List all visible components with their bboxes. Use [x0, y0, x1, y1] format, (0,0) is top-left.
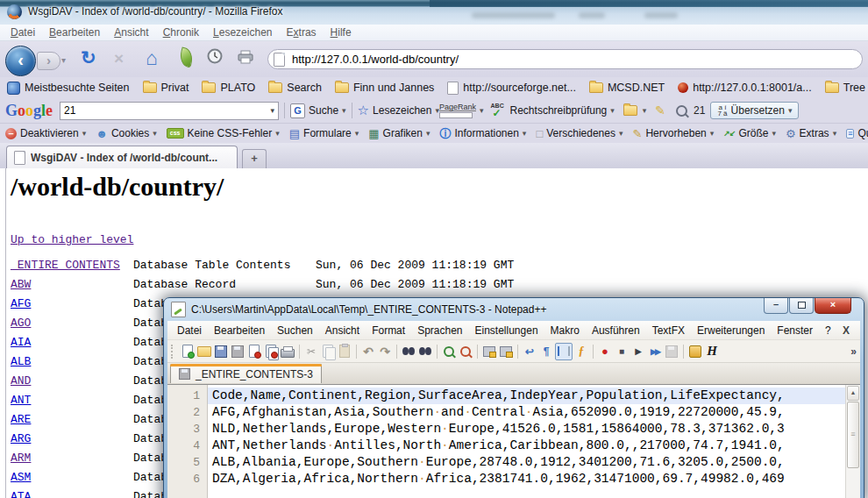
editor-text-area[interactable]: Code,Name,Continent,Region,SurfaceArea,I… — [208, 385, 845, 498]
new-tab-button[interactable]: + — [242, 149, 267, 169]
editor-scrollbar[interactable]: ▲ ≡ — [845, 385, 860, 498]
notepad-menu-item[interactable]: TextFX — [646, 324, 691, 337]
scrollbar-up-button[interactable]: ▲ — [847, 386, 859, 401]
directory-entry-link[interactable]: ATA — [11, 487, 31, 498]
word-wrap-icon[interactable]: ↩ — [522, 344, 537, 359]
directory-entry-link[interactable]: ARE — [11, 410, 31, 430]
paste-icon[interactable] — [337, 344, 352, 359]
webdev-menu-button[interactable]: css Keine CSS-Fehler ▾ — [167, 127, 280, 139]
menu-item[interactable]: Chronik — [156, 25, 206, 39]
bookmark-item[interactable]: MCSD.NET — [589, 82, 665, 94]
webdev-menu-button[interactable]: ▤ Formulare ▾ — [289, 127, 359, 139]
bookmark-item[interactable]: Search — [268, 82, 322, 94]
cut-icon[interactable]: ✂ — [303, 344, 319, 359]
directory-entry-link[interactable]: AIA — [11, 333, 31, 352]
notepad-editor[interactable]: 123456 Code,Name,Continent,Region,Surfac… — [167, 384, 860, 498]
open-file-icon[interactable] — [196, 344, 212, 359]
back-button[interactable]: ‹ — [5, 46, 36, 76]
webdev-menu-button[interactable]: – Deaktivieren ▾ — [5, 127, 86, 139]
notepad-menu-item[interactable]: Format — [366, 324, 411, 337]
print-icon[interactable] — [280, 344, 295, 359]
forward-button[interactable]: › — [37, 52, 60, 70]
find-icon[interactable] — [401, 344, 416, 359]
toolbar-overflow-icon[interactable]: » — [850, 345, 857, 358]
indent-guide-icon[interactable] — [555, 343, 573, 360]
zoom-in-icon[interactable] — [441, 344, 457, 359]
translate-button[interactable]: a í 7 ä Übersetzen ▾ — [710, 102, 799, 119]
bookmark-item[interactable]: http://sourceforge.net... — [447, 82, 576, 95]
google-search-input[interactable] — [60, 103, 270, 117]
lesezeichen-button[interactable]: ☆ Lesezeichen ▾ — [358, 103, 439, 118]
directory-entry-link[interactable]: ASM — [11, 468, 31, 487]
autofill-folder-icon[interactable] — [623, 105, 637, 116]
zoom-out-icon[interactable] — [458, 344, 473, 359]
directory-entry-link[interactable]: AGO — [11, 314, 31, 333]
directory-entry-link[interactable]: AFG — [11, 295, 31, 314]
url-input[interactable] — [290, 52, 857, 67]
notepad-menu-item[interactable]: Suchen — [271, 324, 319, 337]
webdev-menu-button[interactable]: ✎ Hervorheben ▾ — [633, 127, 715, 139]
notepad-menu-item[interactable]: Sprachen — [411, 324, 468, 337]
notepad-menu-item[interactable]: ? — [819, 324, 837, 337]
search-dropdown-icon[interactable]: ▾ — [271, 106, 275, 115]
notepad-menu-item[interactable]: Ausführen — [586, 324, 646, 337]
zoom-magnifier-icon[interactable] — [676, 105, 687, 117]
scrollbar-thumb[interactable]: ≡ — [847, 402, 859, 468]
show-all-characters-icon[interactable]: ¶ — [538, 344, 554, 359]
bookmark-item[interactable]: Privat — [143, 82, 189, 94]
sync-horizontal-icon[interactable] — [498, 344, 514, 359]
bookmark-item[interactable]: Finn und Jannes — [335, 82, 434, 94]
webdev-menu-button[interactable]: ☻ Cookies ▾ — [96, 127, 157, 139]
webdev-menu-button[interactable]: ▦ Grafiken ▾ — [368, 127, 430, 139]
menu-item[interactable]: Ansicht — [107, 25, 155, 39]
directory-entry-link[interactable]: _ENTIRE_CONTENTS — [11, 256, 120, 275]
save-all-icon[interactable] — [230, 344, 245, 359]
directory-entry-link[interactable]: ABW — [11, 275, 31, 295]
tab-wsgidav[interactable]: WsgiDAV - Index of /world-db/count... — [6, 146, 238, 168]
function-completion-icon[interactable]: ƒ — [573, 344, 589, 359]
close-document-x[interactable]: X — [843, 324, 857, 337]
webdev-menu-button[interactable]: ≡ Quelltext ▾ — [846, 127, 868, 139]
notepad-titlebar[interactable]: C:\Users\Martin\AppData\Local\Temp\_ENTI… — [164, 298, 864, 321]
close-file-icon[interactable] — [246, 344, 262, 359]
directory-entry-link[interactable]: AND — [11, 372, 31, 391]
notepad-menu-item[interactable]: Einstellungen — [469, 324, 544, 337]
stop-macro-icon[interactable]: ■ — [614, 344, 630, 359]
directory-entry-link[interactable]: ARM — [11, 449, 31, 468]
save-icon[interactable] — [213, 344, 229, 359]
home-button[interactable]: ⌂ — [146, 46, 158, 70]
notepad-menu-item[interactable]: Ansicht — [319, 324, 366, 337]
notepad-menu-item[interactable]: Erweiterungen — [691, 324, 771, 337]
menu-item[interactable]: Bearbeiten — [42, 25, 107, 39]
redo-icon[interactable]: ↷ — [377, 344, 393, 359]
menu-item[interactable]: Hilfe — [324, 25, 359, 39]
up-to-higher-level-link[interactable]: Up to higher level — [11, 233, 133, 246]
run-macro-multiple-icon[interactable]: ▶▶ — [647, 344, 663, 359]
notepad-document-tab[interactable]: _ENTIRE_CONTENTS-3 — [170, 364, 322, 383]
copy-icon[interactable] — [320, 344, 336, 359]
html-preview-icon[interactable]: H — [704, 344, 720, 359]
webdev-menu-button[interactable]: ↗↙ Größe ▾ — [723, 127, 776, 139]
notepad-menu-item[interactable]: Bearbeiten — [208, 324, 271, 337]
new-file-icon[interactable] — [180, 344, 196, 359]
close-all-files-icon[interactable] — [263, 344, 279, 359]
notepad-menu-item[interactable]: Datei — [171, 324, 208, 337]
bookmark-item[interactable]: PLATO — [202, 82, 255, 94]
webdev-menu-button[interactable]: ⓘ Informationen ▾ — [439, 127, 526, 139]
webdev-menu-button[interactable]: ⚙ Extras ▾ — [786, 127, 836, 139]
minimize-button[interactable]: – — [764, 298, 788, 314]
google-search-box[interactable]: ▾ — [60, 102, 279, 120]
highlighter-icon[interactable]: ✎ — [655, 103, 665, 117]
sync-vertical-icon[interactable] — [481, 344, 497, 359]
play-macro-icon[interactable]: ▶ — [630, 344, 646, 359]
plugins-icon[interactable] — [687, 344, 703, 359]
directory-entry-link[interactable]: ANT — [11, 391, 31, 410]
reload-button[interactable]: ↻ — [81, 47, 96, 68]
bookmark-item[interactable]: Meistbesuchte Seiten — [7, 82, 130, 95]
forward-dropdown-icon[interactable]: ▾ — [61, 55, 66, 65]
spellcheck-button[interactable]: ABC✓ Rechtschreibprüfung ▾ — [491, 103, 615, 117]
restore-button[interactable] — [789, 298, 814, 314]
replace-icon[interactable] — [417, 344, 433, 359]
bookmark-item[interactable]: http://127.0.0.1:8001/a... — [678, 82, 812, 94]
pagerank-widget[interactable]: PageRank — [439, 103, 476, 118]
